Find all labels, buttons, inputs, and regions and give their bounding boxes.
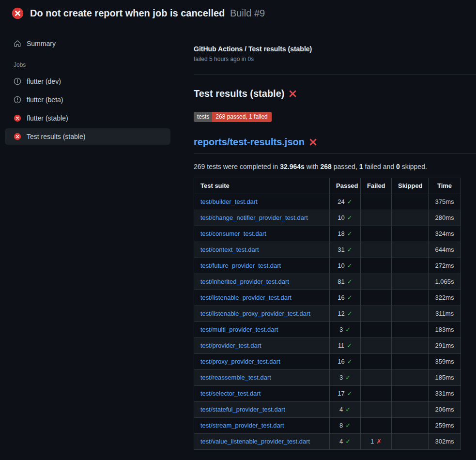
test-suite-link[interactable]: test/change_notifier_provider_test.dart (200, 214, 308, 221)
test-suite-link[interactable]: test/selector_test.dart (200, 390, 261, 397)
badge-value: 268 passed, 1 failed (212, 112, 271, 122)
time-cell: 291ms (429, 338, 461, 354)
test-suite-cell: test/proxy_provider_test.dart (194, 354, 330, 370)
table-row: test/proxy_provider_test.dart16✓359ms (194, 354, 461, 370)
time-cell: 1.065s (429, 274, 461, 290)
divider (194, 75, 476, 75)
skipped-cell (392, 274, 429, 290)
sidebar-item-flutter-dev[interactable]: flutter (dev) (5, 73, 170, 90)
sidebar-item-flutter-beta[interactable]: flutter (beta) (5, 92, 170, 108)
test-suite-link[interactable]: test/listenable_proxy_provider_test.dart (200, 310, 310, 317)
sidebar-item-flutter-stable[interactable]: flutter (stable) (5, 110, 170, 126)
check-icon: ✓ (347, 262, 353, 269)
test-suite-link[interactable]: test/reassemble_test.dart (200, 374, 271, 381)
time-cell: 359ms (429, 354, 461, 370)
section-title: Test results (stable) (194, 88, 461, 99)
sidebar-item-test-results-stable[interactable]: Test results (stable) (5, 128, 170, 145)
failed-cell (361, 210, 392, 226)
neutral-status-icon (14, 77, 21, 85)
check-icon: ✓ (347, 310, 353, 317)
failed-status-icon (12, 7, 24, 19)
neutral-status-icon (14, 96, 21, 104)
x-icon (309, 138, 317, 146)
passed-cell: 4✓ (330, 402, 361, 418)
time-cell: 302ms (429, 434, 461, 450)
test-suite-link[interactable]: test/future_provider_test.dart (200, 262, 281, 269)
count-value: 17 (338, 390, 344, 397)
table-row: test/multi_provider_test.dart3✓183ms (194, 322, 461, 338)
check-icon: ✓ (347, 246, 353, 253)
test-suite-link[interactable]: test/stream_provider_test.dart (200, 422, 284, 429)
check-icon: ✓ (347, 214, 353, 221)
check-icon: ✓ (347, 198, 353, 205)
table-row: test/provider_test.dart11✓291ms (194, 338, 461, 354)
summary-text: failed and (363, 163, 397, 170)
count-value: 12 (338, 310, 344, 317)
sidebar-item-label: Summary (27, 40, 56, 47)
sidebar-item-label: Test results (stable) (27, 133, 85, 140)
passed-cell: 16✓ (330, 290, 361, 306)
passed-cell: 31✓ (330, 242, 361, 258)
test-suite-link[interactable]: test/consumer_test.dart (200, 230, 266, 237)
summary-text: passed, (332, 163, 359, 170)
content: Summary Jobs flutter (dev) (0, 26, 476, 450)
passed-cell: 11✓ (330, 338, 361, 354)
test-suite-link[interactable]: test/value_listenable_provider_test.dart (200, 438, 310, 445)
passed-cell: 17✓ (330, 386, 361, 402)
check-icon: ✓ (347, 294, 353, 301)
count-value: 8 (339, 422, 343, 429)
skipped-cell (392, 290, 429, 306)
table-row: test/selector_test.dart17✓331ms (194, 386, 461, 402)
test-suite-link[interactable]: test/provider_test.dart (200, 342, 261, 349)
failed-cell (361, 386, 392, 402)
failed-cell (361, 306, 392, 322)
sidebar-item-label: flutter (stable) (27, 114, 68, 122)
section-title-text: Test results (stable) (194, 88, 284, 99)
failed-cell (361, 418, 392, 434)
sidebar: Summary Jobs flutter (dev) (0, 26, 178, 147)
test-suite-link[interactable]: test/context_test.dart (200, 246, 259, 253)
table-row: test/context_test.dart31✓644ms (194, 242, 461, 258)
sidebar-item-summary[interactable]: Summary (5, 35, 170, 52)
results-table-body: test/builder_test.dart24✓375mstest/chang… (194, 194, 461, 450)
failed-cell (361, 290, 392, 306)
time-cell: 331ms (429, 386, 461, 402)
page-title: Do not create report when job is cancell… (30, 8, 265, 19)
test-suite-link[interactable]: test/builder_test.dart (200, 198, 258, 205)
test-suite-cell: test/stateful_provider_test.dart (194, 402, 330, 418)
passed-cell: 4✓ (330, 434, 361, 450)
time-cell: 375ms (429, 194, 461, 210)
report-link[interactable]: reports/test-results.json (194, 137, 305, 148)
test-suite-link[interactable]: test/stateful_provider_test.dart (200, 406, 285, 413)
summary-total-time: 32.964s (280, 163, 305, 170)
badge-label: tests (194, 112, 212, 122)
test-suite-link[interactable]: test/multi_provider_test.dart (200, 326, 278, 333)
passed-cell: 16✓ (330, 354, 361, 370)
failed-cell (361, 322, 392, 338)
table-row: test/stream_provider_test.dart8✓259ms (194, 418, 461, 434)
skipped-cell (392, 306, 429, 322)
table-row: test/reassemble_test.dart3✓185ms (194, 370, 461, 386)
failed-cell (361, 242, 392, 258)
column-header-time: Time (429, 178, 461, 194)
sidebar-item-label: flutter (beta) (27, 96, 63, 104)
time-cell: 644ms (429, 242, 461, 258)
summary-text: skipped. (400, 163, 427, 170)
check-icon: ✓ (347, 278, 353, 285)
test-suite-cell: test/value_listenable_provider_test.dart (194, 434, 330, 450)
failed-cell (361, 274, 392, 290)
table-header-row: Test suite Passed Failed Skipped Time (194, 178, 461, 194)
skipped-cell (392, 194, 429, 210)
run-meta: failed 5 hours ago in 0s (194, 56, 461, 62)
time-cell: 206ms (429, 402, 461, 418)
table-row: test/change_notifier_provider_test.dart1… (194, 210, 461, 226)
skipped-cell (392, 402, 429, 418)
test-suite-cell: test/listenable_provider_test.dart (194, 290, 330, 306)
test-suite-link[interactable]: test/inherited_provider_test.dart (200, 278, 289, 285)
failed-cell (361, 370, 392, 386)
skipped-cell (392, 354, 429, 370)
test-suite-link[interactable]: test/proxy_provider_test.dart (200, 358, 280, 365)
report-title: reports/test-results.json (194, 137, 476, 154)
test-suite-link[interactable]: test/listenable_provider_test.dart (200, 294, 292, 301)
skipped-cell (392, 322, 429, 338)
